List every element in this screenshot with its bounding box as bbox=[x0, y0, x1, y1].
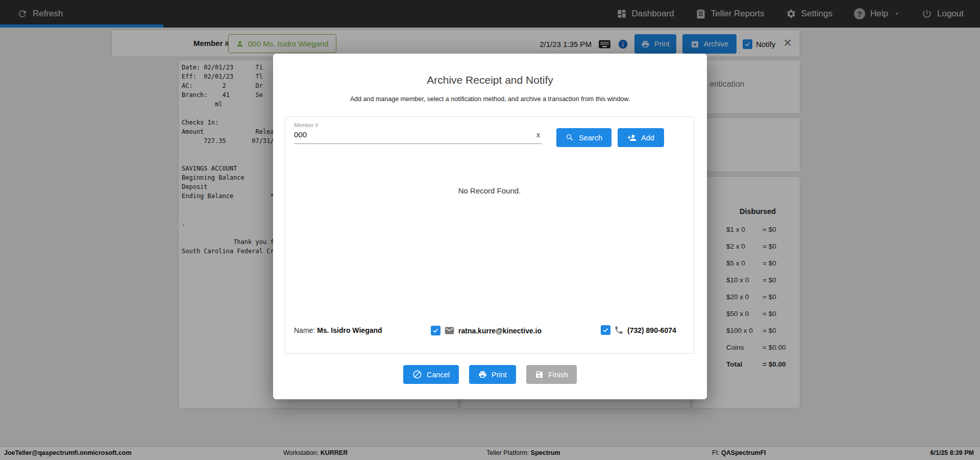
add-label: Add bbox=[641, 134, 654, 142]
cancel-button[interactable]: Cancel bbox=[403, 365, 459, 384]
name-label: Name: bbox=[294, 326, 315, 334]
phone-icon bbox=[614, 325, 624, 335]
modal-print-label: Print bbox=[492, 371, 507, 379]
search-label: Search bbox=[579, 134, 602, 142]
archive-receipt-notify-modal: Archive Receipt and Notify Add and manag… bbox=[273, 54, 707, 399]
email-icon bbox=[444, 325, 455, 336]
email-value: ratna.kurre@kinective.io bbox=[458, 327, 542, 335]
modal-footer: Cancel Print Finish bbox=[273, 365, 707, 384]
member-name-value: Ms. Isidro Wiegand bbox=[317, 326, 382, 334]
sms-notify-checkbox[interactable] bbox=[601, 325, 610, 335]
no-record-message: No Record Found. bbox=[285, 186, 694, 195]
phone-value: (732) 890-6074 bbox=[627, 326, 676, 334]
search-button[interactable]: Search bbox=[556, 128, 611, 147]
finish-label: Finish bbox=[548, 371, 568, 379]
printer-icon bbox=[478, 370, 487, 379]
cancel-label: Cancel bbox=[427, 371, 450, 379]
member-name-group: Name: Ms. Isidro Wiegand bbox=[294, 326, 382, 334]
save-icon bbox=[535, 370, 544, 379]
member-number-field-label: Member # bbox=[294, 122, 318, 128]
person-add-icon bbox=[627, 133, 636, 142]
search-icon bbox=[566, 133, 574, 142]
modal-subtitle: Add and manage member, select a notifica… bbox=[273, 95, 707, 103]
modal-print-button[interactable]: Print bbox=[469, 365, 516, 384]
member-number-value: 000 bbox=[294, 130, 307, 139]
contact-row: Name: Ms. Isidro Wiegand ratna.kurre@kin… bbox=[294, 325, 685, 337]
member-number-input[interactable]: 000 x bbox=[294, 130, 542, 144]
teller-application: Refresh Dashboard Teller Reports Setting… bbox=[0, 0, 980, 460]
email-notify-group: ratna.kurre@kinective.io bbox=[431, 325, 542, 336]
finish-button[interactable]: Finish bbox=[526, 365, 577, 384]
member-search-card: Member # 000 x Search Add No Record Foun… bbox=[285, 116, 694, 354]
cancel-icon bbox=[412, 370, 422, 379]
email-notify-checkbox[interactable] bbox=[431, 326, 440, 335]
modal-title: Archive Receipt and Notify bbox=[273, 54, 707, 86]
clear-input-icon[interactable]: x bbox=[535, 131, 542, 139]
add-member-button[interactable]: Add bbox=[618, 128, 664, 147]
sms-notify-group: (732) 890-6074 bbox=[601, 325, 676, 335]
